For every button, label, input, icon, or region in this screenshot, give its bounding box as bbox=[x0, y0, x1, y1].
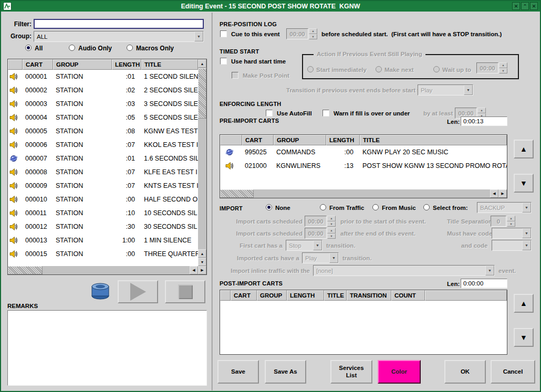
cart-row[interactable]: 000013 STATION 1:00 1 MIN SILENCE bbox=[8, 234, 198, 247]
save-button[interactable]: Save bbox=[217, 360, 259, 384]
spin-down-icon[interactable]: ▼ bbox=[499, 68, 507, 74]
transition-column-header[interactable]: TRANSITION bbox=[347, 290, 391, 301]
hscroll-thumb[interactable] bbox=[8, 266, 43, 274]
title-separation-spinbox[interactable]: 0 ▲▼ bbox=[491, 216, 515, 227]
window-shade-icon[interactable]: ⌃ bbox=[521, 2, 529, 10]
wait-up-to-radio[interactable] bbox=[433, 66, 440, 72]
window-close-icon[interactable]: ✕ bbox=[530, 2, 538, 10]
count-column-header[interactable]: COUNT bbox=[391, 290, 425, 301]
icon-column-header[interactable] bbox=[220, 290, 231, 301]
cart-row[interactable]: 000009 STATION :07 KNTS EAS TEST I bbox=[8, 179, 198, 193]
group-column-header[interactable]: GROUP bbox=[274, 135, 326, 145]
scroll-left-icon[interactable]: ◀ bbox=[490, 189, 498, 198]
make-next-radio[interactable] bbox=[376, 66, 382, 72]
cart-stack-button[interactable] bbox=[88, 280, 112, 302]
title-column-header[interactable]: TITLE bbox=[360, 135, 507, 145]
icon-column-header[interactable] bbox=[220, 135, 242, 145]
spin-up-icon[interactable]: ▲ bbox=[327, 216, 336, 221]
cart-row[interactable]: 000012 STATION :30 30 SECONDS SIL bbox=[8, 220, 198, 234]
scroll-up-icon[interactable]: ▲ bbox=[198, 59, 206, 68]
start-immediately-radio[interactable] bbox=[307, 66, 314, 72]
cart-table-vscrollbar[interactable]: ▲ ▲ ▼ bbox=[198, 59, 206, 266]
cart-row[interactable]: 000008 STATION :07 KLFE EAS TEST I bbox=[8, 165, 198, 179]
and-code-select[interactable]: ▼ bbox=[492, 240, 532, 251]
icon-column-header[interactable] bbox=[8, 59, 23, 70]
scroll-up-icon[interactable]: ▲ bbox=[198, 249, 206, 258]
cart-column-header[interactable]: CART bbox=[23, 59, 53, 70]
select-from-select[interactable]: BACKUP ▼ bbox=[477, 202, 532, 213]
pre-import-row[interactable]: 995025 COMMANDS :00 KGNW PLAY 20 SEC MUS… bbox=[220, 145, 507, 159]
window-close-left-icon[interactable]: ✕ bbox=[512, 2, 520, 10]
spin-down-icon[interactable]: ▼ bbox=[327, 221, 336, 227]
spin-up-icon[interactable]: ▲ bbox=[507, 216, 515, 221]
post-point-checkbox[interactable] bbox=[232, 72, 238, 79]
title-column-header[interactable]: TITLE bbox=[141, 59, 198, 70]
post-import-move-up-button[interactable]: ▲ bbox=[514, 294, 534, 313]
length-column-header[interactable]: LENGTH bbox=[287, 290, 324, 301]
transition-select[interactable]: Play ▼ bbox=[418, 84, 473, 96]
cart-row[interactable]: 000005 STATION :08 KGNW EAS TEST bbox=[8, 124, 198, 138]
chevron-down-icon[interactable]: ▼ bbox=[464, 85, 473, 95]
titlebar[interactable]: Editing Event - 15 SECOND POST SHOW ROTA… bbox=[1, 1, 540, 12]
chevron-down-icon[interactable]: ▼ bbox=[522, 203, 531, 213]
vscroll-thumb[interactable] bbox=[198, 68, 206, 119]
chevron-down-icon[interactable]: ▼ bbox=[522, 228, 531, 238]
length-column-header[interactable]: LENGTH bbox=[112, 59, 141, 70]
stop-button[interactable] bbox=[165, 280, 205, 303]
filter-input[interactable] bbox=[34, 19, 204, 29]
spin-down-icon[interactable]: ▼ bbox=[309, 34, 317, 40]
chevron-down-icon[interactable]: ▼ bbox=[329, 253, 338, 263]
cue-time-spinbox[interactable]: 00:00 ▲▼ bbox=[286, 28, 317, 39]
import-music-radio[interactable] bbox=[372, 204, 379, 210]
filter-audio-only-radio[interactable] bbox=[69, 45, 75, 51]
import-none-radio[interactable] bbox=[266, 204, 272, 210]
sched-prior-spinbox[interactable]: 00:00 ▲▼ bbox=[305, 216, 336, 227]
pre-import-move-up-button[interactable]: ▲ bbox=[514, 140, 534, 158]
cart-column-header[interactable]: CART bbox=[231, 290, 257, 301]
wait-time-spinbox[interactable]: 00:00 ▲▼ bbox=[476, 62, 507, 73]
scroll-right-icon[interactable]: ▶ bbox=[498, 189, 507, 198]
length-column-header[interactable]: LENGTH bbox=[326, 135, 360, 145]
cart-row[interactable]: 000007 STATION :01 1.6 SECONDS SIL bbox=[8, 152, 198, 165]
cart-row[interactable]: 000004 STATION :05 5 SECONDS SILE bbox=[8, 111, 198, 124]
scroll-left-icon[interactable]: ◀ bbox=[190, 266, 198, 274]
import-traffic-radio[interactable] bbox=[320, 204, 326, 210]
scroll-down-icon[interactable]: ▼ bbox=[198, 258, 206, 266]
spin-up-icon[interactable]: ▲ bbox=[477, 108, 486, 113]
chevron-down-icon[interactable]: ▼ bbox=[313, 240, 322, 250]
must-have-code-select[interactable]: ▼ bbox=[492, 228, 532, 239]
pre-import-row[interactable]: 021000 KGNWLINERS :13 POST SHOW KGNW 13 … bbox=[220, 159, 507, 173]
cancel-button[interactable]: Cancel bbox=[491, 360, 535, 384]
warn-fill-checkbox[interactable] bbox=[322, 110, 329, 116]
inline-traffic-select[interactable]: [none] ▼ bbox=[313, 265, 495, 276]
spin-up-icon[interactable]: ▲ bbox=[309, 28, 317, 34]
save-as-button[interactable]: Save As bbox=[265, 360, 306, 384]
hscroll-thumb[interactable] bbox=[220, 189, 254, 198]
ok-button[interactable]: OK bbox=[444, 360, 486, 384]
cart-row[interactable]: 000010 STATION :00 HALF SECOND O bbox=[8, 193, 198, 206]
color-button[interactable]: Color bbox=[378, 360, 421, 384]
cart-row[interactable]: 000002 STATION :02 2 SECONDS SILE bbox=[8, 83, 198, 97]
cart-column-header[interactable]: CART bbox=[242, 135, 274, 145]
remarks-input[interactable] bbox=[7, 310, 207, 386]
imported-transition-select[interactable]: Play ▼ bbox=[302, 252, 339, 263]
spin-up-icon[interactable]: ▲ bbox=[327, 228, 336, 234]
scroll-right-icon[interactable]: ▶ bbox=[198, 266, 206, 274]
pre-import-hscrollbar[interactable]: ◀ ▶ bbox=[220, 189, 507, 198]
chevron-down-icon[interactable]: ▼ bbox=[485, 266, 494, 276]
group-select[interactable]: ALL ▼ bbox=[34, 31, 204, 42]
group-column-header[interactable]: GROUP bbox=[53, 59, 112, 70]
sched-after-spinbox[interactable]: 00:00 ▲▼ bbox=[305, 228, 336, 239]
first-cart-transition-select[interactable]: Stop ▼ bbox=[286, 240, 322, 251]
cue-checkbox[interactable] bbox=[220, 30, 227, 37]
cart-table-hscrollbar[interactable]: ◀ ▶ bbox=[8, 266, 206, 274]
spin-up-icon[interactable]: ▲ bbox=[499, 62, 507, 68]
chevron-down-icon[interactable]: ▼ bbox=[194, 31, 203, 41]
play-button[interactable] bbox=[118, 280, 158, 303]
cart-row[interactable]: 000003 STATION :03 3 SECONDS SILE bbox=[8, 97, 198, 111]
title-column-header[interactable]: TITLE bbox=[324, 290, 347, 301]
services-list-button[interactable]: Services List bbox=[330, 360, 372, 384]
filter-all-radio[interactable] bbox=[25, 45, 32, 51]
cart-row[interactable]: 000001 STATION :01 1 SECOND SILEN bbox=[8, 70, 198, 83]
chevron-down-icon[interactable]: ▼ bbox=[522, 240, 531, 250]
